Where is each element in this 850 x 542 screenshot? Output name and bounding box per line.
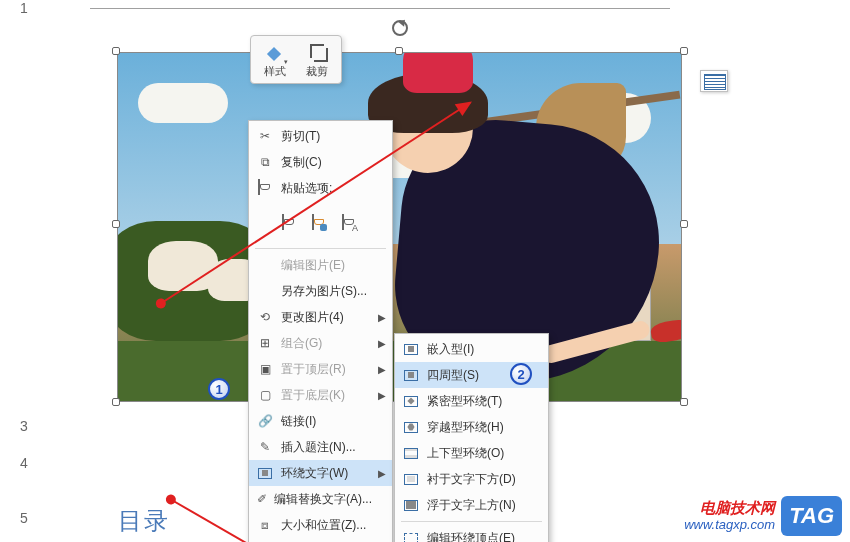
- square-wrap-icon: [401, 365, 421, 385]
- copy-icon: ⧉: [255, 152, 275, 172]
- submenu-arrow-icon: ▶: [378, 468, 386, 479]
- menu-edit-alt-text[interactable]: ✐ 编辑替换文字(A)...: [249, 486, 392, 512]
- watermark-title: 电脑技术网: [700, 499, 775, 517]
- style-icon: [264, 40, 286, 62]
- crop-label: 裁剪: [306, 64, 328, 79]
- resize-handle-tr[interactable]: [680, 47, 688, 55]
- topbot-wrap-icon: [401, 443, 421, 463]
- resize-handle-br[interactable]: [680, 398, 688, 406]
- watermark-tag: TAG: [781, 496, 842, 536]
- menu-insert-caption[interactable]: ✎ 插入题注(N)...: [249, 434, 392, 460]
- menu-copy[interactable]: ⧉ 复制(C): [249, 149, 392, 175]
- behind-wrap-icon: [401, 469, 421, 489]
- rotate-handle[interactable]: [392, 20, 408, 36]
- cut-icon: ✂: [255, 126, 275, 146]
- resize-handle-tl[interactable]: [112, 47, 120, 55]
- menu-change-picture[interactable]: ⟲ 更改图片(4) ▶: [249, 304, 392, 330]
- menu-edit-picture: 编辑图片(E): [249, 252, 392, 278]
- watermark: 电脑技术网 www.tagxp.com TAG: [684, 496, 842, 536]
- menu-link[interactable]: 🔗 链接(I): [249, 408, 392, 434]
- style-label: 样式: [264, 64, 286, 79]
- save-as-picture-icon: [255, 281, 275, 301]
- submenu-through[interactable]: 穿越型环绕(H): [395, 414, 548, 440]
- menu-save-as-picture[interactable]: 另存为图片(S)...: [249, 278, 392, 304]
- edit-picture-icon: [255, 255, 275, 275]
- submenu-top-bottom[interactable]: 上下型环绕(O): [395, 440, 548, 466]
- send-back-icon: ▢: [255, 385, 275, 405]
- annotation-badge-1: 1: [208, 378, 230, 400]
- menu-group: ⊞ 组合(G) ▶: [249, 330, 392, 356]
- line-number: 5: [20, 510, 28, 526]
- toc-heading: 目录: [118, 505, 170, 537]
- line-number: 4: [20, 455, 28, 471]
- paste-option-3[interactable]: [337, 211, 361, 235]
- submenu-inline[interactable]: 嵌入型(I): [395, 336, 548, 362]
- line-number: 3: [20, 418, 28, 434]
- paste-options-row: [249, 201, 392, 245]
- size-position-icon: ⧈: [255, 515, 275, 535]
- group-icon: ⊞: [255, 333, 275, 353]
- crop-button[interactable]: 裁剪: [301, 40, 333, 79]
- submenu-edit-wrap-points[interactable]: 编辑环绕顶点(E): [395, 525, 548, 542]
- crop-icon: [306, 40, 328, 62]
- rule-line: [90, 8, 670, 9]
- edit-points-icon: [401, 528, 421, 542]
- change-picture-icon: ⟲: [255, 307, 275, 327]
- line-number: 1: [20, 0, 28, 16]
- resize-handle-ml[interactable]: [112, 220, 120, 228]
- submenu-tight[interactable]: 紧密型环绕(T): [395, 388, 548, 414]
- alt-text-icon: ✐: [255, 489, 268, 509]
- submenu-arrow-icon: ▶: [378, 312, 386, 323]
- resize-handle-tm[interactable]: [395, 47, 403, 55]
- through-wrap-icon: [401, 417, 421, 437]
- context-menu: ✂ 剪切(T) ⧉ 复制(C) 粘贴选项: 编辑图片(E) 另存为图片(S)..…: [248, 120, 393, 542]
- menu-send-to-back: ▢ 置于底层(K) ▶: [249, 382, 392, 408]
- link-icon: 🔗: [255, 411, 275, 431]
- caption-icon: ✎: [255, 437, 275, 457]
- submenu-in-front-of-text[interactable]: 浮于文字上方(N): [395, 492, 548, 518]
- mini-toolbar: 样式 裁剪: [250, 35, 342, 84]
- resize-handle-mr[interactable]: [680, 220, 688, 228]
- menu-cut[interactable]: ✂ 剪切(T): [249, 123, 392, 149]
- menu-bring-to-front: ▣ 置于顶层(R) ▶: [249, 356, 392, 382]
- layout-options-button[interactable]: [700, 70, 728, 92]
- resize-handle-bl[interactable]: [112, 398, 120, 406]
- menu-size-position[interactable]: ⧈ 大小和位置(Z)...: [249, 512, 392, 538]
- bring-front-icon: ▣: [255, 359, 275, 379]
- menu-wrap-text[interactable]: 环绕文字(W) ▶: [249, 460, 392, 486]
- paste-option-2[interactable]: [307, 211, 331, 235]
- submenu-arrow-icon: ▶: [378, 390, 386, 401]
- submenu-behind-text[interactable]: 衬于文字下方(D): [395, 466, 548, 492]
- watermark-url: www.tagxp.com: [684, 517, 775, 533]
- paste-icon: [255, 178, 275, 198]
- submenu-arrow-icon: ▶: [378, 364, 386, 375]
- tight-wrap-icon: [401, 391, 421, 411]
- annotation-badge-2: 2: [510, 363, 532, 385]
- style-button[interactable]: 样式: [259, 40, 291, 79]
- submenu-arrow-icon: ▶: [378, 338, 386, 349]
- wrap-text-icon: [255, 463, 275, 483]
- inline-wrap-icon: [401, 339, 421, 359]
- front-wrap-icon: [401, 495, 421, 515]
- menu-format-picture[interactable]: ◧ 设置图片格式(O)...: [249, 538, 392, 542]
